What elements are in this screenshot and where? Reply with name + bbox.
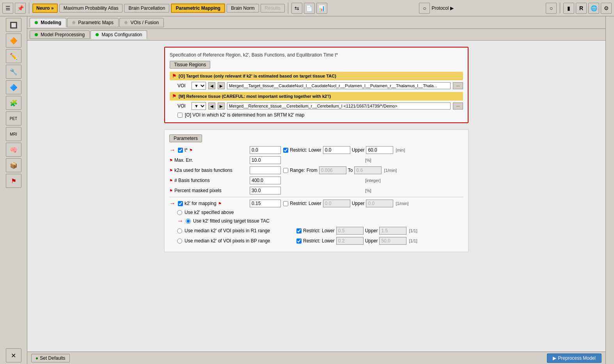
k2median-bp-lower-input[interactable] xyxy=(336,237,364,245)
sidebar-icon-3[interactable]: ✏️ xyxy=(6,49,21,63)
k2mapping-label: k2' for mapping xyxy=(185,201,216,206)
tab-modeling[interactable]: Modeling xyxy=(30,18,66,27)
k2mapping-lower-input[interactable] xyxy=(323,200,350,207)
doc-icon[interactable]: 📄 xyxy=(304,3,315,14)
r-icon[interactable]: R xyxy=(576,3,587,14)
k2fitted-radio[interactable] xyxy=(186,219,191,224)
circle2-icon[interactable]: ○ xyxy=(546,3,557,14)
k2a-to-input[interactable] xyxy=(354,166,382,174)
k2mapping-input[interactable] xyxy=(250,200,281,207)
target-voi-input[interactable] xyxy=(227,82,451,89)
k2mapping-upper-input[interactable] xyxy=(366,200,393,207)
sidebar-icon-4[interactable]: 🔧 xyxy=(6,65,21,79)
brain-norm-button[interactable]: Brain Norm xyxy=(227,4,259,12)
tissue-regions-button[interactable]: Tissue Regions xyxy=(170,61,210,69)
k2mapping-restrict-checkbox[interactable] xyxy=(283,201,288,206)
reference-voi-select[interactable]: ▼ xyxy=(192,102,206,110)
k2median-r1-restrict-checkbox[interactable] xyxy=(296,228,302,233)
k2median-bp-upper-input[interactable] xyxy=(379,237,406,245)
k2a-input[interactable] xyxy=(250,166,281,174)
target-nav-left[interactable]: ◀ xyxy=(208,82,215,89)
target-nav-right[interactable]: ▶ xyxy=(218,82,225,89)
pin-icon[interactable]: 📌 xyxy=(15,3,26,14)
target-voi-row: VOI ▼ ◀ ▶ ··· xyxy=(177,82,463,90)
sidebar-icon-pet[interactable]: PET xyxy=(6,111,21,125)
tstar-checkbox[interactable] xyxy=(178,148,183,153)
tstar-upper-input[interactable] xyxy=(366,146,393,154)
reference-voi-input[interactable] xyxy=(227,102,451,110)
tstar-input[interactable] xyxy=(250,146,281,154)
k2a-to-label: To xyxy=(348,168,353,173)
sidebar-icon-mri[interactable]: MRI xyxy=(6,127,21,141)
terminal-icon[interactable]: ▮ xyxy=(563,3,574,14)
sub-tab-model-preprocessing[interactable]: Model Preprocessing xyxy=(30,30,90,39)
protocol-area: ○ Protocol ▶ xyxy=(419,3,454,14)
neuro-button[interactable]: Neuro » xyxy=(32,4,58,13)
maxerr-input[interactable] xyxy=(250,156,281,164)
k2median-r1-upper-input[interactable] xyxy=(379,227,406,235)
sidebar-icon-7[interactable]: 🧠 xyxy=(6,143,21,157)
main-area: Modeling Parametric Maps VOIs / Fusion M… xyxy=(27,16,605,364)
tstar-upper-label: Upper xyxy=(352,147,365,153)
preprocess-model-button[interactable]: ▶ Preprocess Model xyxy=(547,353,602,363)
tstar-unit: [min] xyxy=(396,148,417,152)
reference-voi-dots[interactable]: ··· xyxy=(453,102,463,110)
k2median-bp-restrict-checkbox[interactable] xyxy=(296,239,302,244)
k2a-restrict: Range: From To xyxy=(283,166,382,174)
k2-checkbox-row: [O] VOI in which k2' is determined from … xyxy=(177,112,463,118)
k2median-bp-unit: [1/1] xyxy=(409,239,430,243)
target-voi-label: VOI xyxy=(177,83,189,88)
set-defaults-button[interactable]: ● Set Defaults xyxy=(31,354,70,362)
reference-nav-left[interactable]: ◀ xyxy=(208,102,215,110)
content-area: Specification of Reference Region, k2', … xyxy=(27,41,605,352)
tstar-label-area: → t* ⚑ xyxy=(169,147,247,154)
results-button[interactable]: Results xyxy=(261,4,285,12)
preprocess-label: Preprocess Model xyxy=(558,355,596,361)
k2specified-radio[interactable] xyxy=(177,210,182,215)
target-voi-select[interactable]: ▼ xyxy=(192,82,206,90)
k2median-r1-radio[interactable] xyxy=(177,228,182,233)
param-row-basis: ⚑ # Basis functions [integer] xyxy=(169,177,463,184)
parametric-mapping-button[interactable]: Parametric Mapping xyxy=(171,4,225,13)
param-row-masked: ⚑ Percent masked pixels [%] xyxy=(169,187,463,194)
target-voi-dots[interactable]: ··· xyxy=(453,82,463,89)
masked-input[interactable] xyxy=(250,187,281,194)
brain-parcellation-button[interactable]: Brain Parcellation xyxy=(124,4,169,12)
maxerr-label: Max. Err. xyxy=(174,157,193,163)
masked-label: Percent masked pixels xyxy=(174,188,222,193)
globe-icon[interactable]: 🌐 xyxy=(588,3,599,14)
sidebar-icon-9[interactable]: ⚑ xyxy=(6,174,21,188)
tab-parametric-maps[interactable]: Parametric Maps xyxy=(67,18,119,27)
k2median-bp-label: Use median k2' of VOI pixels in BP range xyxy=(185,238,270,244)
reference-nav-right[interactable]: ▶ xyxy=(218,102,225,110)
tstar-restrict-checkbox[interactable] xyxy=(283,148,288,153)
parameters-btn[interactable]: Parameters xyxy=(169,134,202,142)
sidebar-icon-6[interactable]: 🧩 xyxy=(6,96,21,110)
menu-icon[interactable]: ☰ xyxy=(2,3,13,14)
sidebar-icon-1[interactable]: 🔲 xyxy=(6,18,21,32)
basis-input[interactable] xyxy=(250,177,281,184)
circle-icon[interactable]: ○ xyxy=(419,3,430,14)
sub-tab-maps-config[interactable]: Maps Configuration xyxy=(91,30,147,39)
settings-icon[interactable]: ⚙ xyxy=(601,3,612,14)
reference-tissue-label: [M] Reference tissue (CAREFUL: most impo… xyxy=(179,94,331,99)
sidebar-icon-close[interactable]: ✕ xyxy=(6,348,21,362)
link-icon[interactable]: ⇆ xyxy=(291,3,302,14)
tab-vois-fusion[interactable]: VOIs / Fusion xyxy=(119,18,164,27)
k2mapping-upper-label: Upper xyxy=(352,201,365,206)
k2median-r1-lower-label: Lower xyxy=(322,228,335,233)
tstar-lower-input[interactable] xyxy=(323,146,350,154)
k2a-range-checkbox[interactable] xyxy=(283,168,288,173)
chart-icon[interactable]: 📊 xyxy=(316,3,327,14)
k2median-r1-lower-input[interactable] xyxy=(336,227,364,235)
basis-unit: [integer] xyxy=(365,178,387,183)
max-prob-atlas-button[interactable]: Maximum Probability Atlas xyxy=(59,4,123,12)
sidebar-icon-8[interactable]: 📦 xyxy=(6,158,21,172)
k2mapping-checkbox[interactable] xyxy=(178,201,183,206)
sidebar-icon-5[interactable]: 🔷 xyxy=(6,80,21,94)
k2-checkbox[interactable] xyxy=(177,113,183,118)
k2a-from-input[interactable] xyxy=(319,166,346,174)
sidebar-icon-2[interactable]: 🔶 xyxy=(6,34,21,48)
k2median-bp-radio[interactable] xyxy=(177,239,182,244)
tab-dot-vois xyxy=(124,21,128,24)
